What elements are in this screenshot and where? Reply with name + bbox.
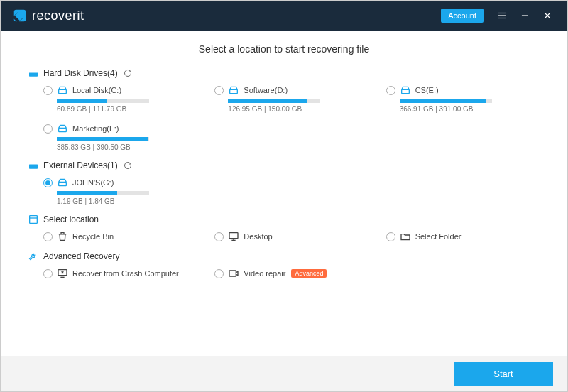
usage-bar xyxy=(57,99,149,103)
svg-rect-13 xyxy=(59,128,67,131)
start-button[interactable]: Start xyxy=(454,362,553,386)
section-hdd-head: Hard Disk Drives(4) xyxy=(28,67,540,79)
svg-rect-12 xyxy=(401,89,409,93)
titlebar: recoverit Account xyxy=(1,1,567,31)
section-external-head: External Devices(1) xyxy=(28,160,540,171)
radio[interactable] xyxy=(214,232,224,241)
logo: recoverit xyxy=(12,8,84,23)
drive-label: Software(D:) xyxy=(244,86,288,94)
refresh-icon[interactable] xyxy=(124,69,132,77)
svg-rect-15 xyxy=(29,164,38,165)
folder-icon xyxy=(400,231,411,242)
section-advanced-title: Advanced Recovery xyxy=(43,251,119,261)
location-label: Recycle Bin xyxy=(72,232,114,241)
desktop-icon xyxy=(228,231,239,242)
usage-text: 60.89 GB | 111.79 GB xyxy=(57,105,149,113)
location-desktop[interactable]: Desktop xyxy=(214,231,368,242)
radio[interactable] xyxy=(214,269,224,278)
radio[interactable] xyxy=(386,232,395,241)
page-title: Select a location to start recovering fi… xyxy=(28,43,540,55)
minimize-icon[interactable] xyxy=(513,4,536,27)
crash-icon xyxy=(57,268,68,279)
location-recycle-bin[interactable]: Recycle Bin xyxy=(43,231,197,242)
location-section-icon xyxy=(28,214,39,225)
hdd-icon xyxy=(28,67,39,79)
refresh-icon[interactable] xyxy=(124,161,132,170)
section-location: Select location Recycle Bin Desktop xyxy=(28,214,540,242)
section-external-title: External Devices(1) xyxy=(43,160,118,170)
radio[interactable] xyxy=(43,124,53,134)
account-button[interactable]: Account xyxy=(441,9,484,23)
section-hdd-title: Hard Disk Drives(4) xyxy=(43,68,118,78)
logo-icon xyxy=(12,8,28,23)
usage-text: 126.95 GB | 150.00 GB xyxy=(228,105,320,113)
advanced-crash-computer[interactable]: Recover from Crash Computer xyxy=(43,268,197,279)
svg-rect-16 xyxy=(59,182,67,185)
drive-item-johns-g[interactable]: JOHN'S(G:) 1.19 GB | 1.84 GB xyxy=(43,177,197,205)
advanced-label: Recover from Crash Computer xyxy=(72,269,179,278)
footer: Start xyxy=(1,356,567,391)
disk-icon xyxy=(228,85,239,96)
usage-bar xyxy=(57,191,149,195)
content: Select a location to start recovering fi… xyxy=(1,31,567,356)
location-label: Desktop xyxy=(244,232,272,241)
drive-item-software-d[interactable]: Software(D:) 126.95 GB | 150.00 GB xyxy=(214,85,368,113)
radio[interactable] xyxy=(214,86,224,95)
usage-text: 385.83 GB | 390.50 GB xyxy=(57,143,149,151)
location-select-folder[interactable]: Select Folder xyxy=(386,231,540,242)
radio[interactable] xyxy=(43,86,53,95)
svg-rect-9 xyxy=(29,72,38,73)
video-icon xyxy=(228,268,239,279)
wrench-icon xyxy=(28,251,39,262)
section-location-head: Select location xyxy=(28,214,540,225)
disk-icon xyxy=(57,85,68,96)
external-grid: JOHN'S(G:) 1.19 GB | 1.84 GB xyxy=(28,177,540,205)
menu-icon[interactable] xyxy=(491,4,513,27)
drive-label: JOHN'S(G:) xyxy=(72,178,114,187)
advanced-badge: Advanced xyxy=(291,269,327,278)
section-hdd: Hard Disk Drives(4) Local Disk(C:) 60.89… xyxy=(28,67,540,151)
drive-item-marketing-f[interactable]: Marketing(F:) 385.83 GB | 390.50 GB xyxy=(43,123,197,151)
drive-item-cs-e[interactable]: CS(E:) 366.91 GB | 391.00 GB xyxy=(386,85,540,113)
radio[interactable] xyxy=(43,269,53,278)
radio[interactable] xyxy=(43,178,53,187)
usage-bar xyxy=(57,137,149,141)
close-icon[interactable] xyxy=(536,4,559,27)
external-icon xyxy=(28,160,39,171)
usage-text: 366.91 GB | 391.00 GB xyxy=(400,105,492,113)
disk-icon xyxy=(57,123,68,134)
advanced-label: Video repair xyxy=(244,269,285,278)
logo-text: recoverit xyxy=(32,9,84,23)
svg-rect-19 xyxy=(229,233,238,239)
hdd-grid: Local Disk(C:) 60.89 GB | 111.79 GB Soft… xyxy=(28,85,540,151)
location-grid: Recycle Bin Desktop Select Folder xyxy=(28,231,540,242)
advanced-grid: Recover from Crash Computer Video repair… xyxy=(28,268,540,279)
drive-item-local-disk-c[interactable]: Local Disk(C:) 60.89 GB | 111.79 GB xyxy=(43,85,197,113)
recycle-bin-icon xyxy=(57,231,68,242)
section-external: External Devices(1) JOHN'S(G:) 1.19 GB |… xyxy=(28,160,540,205)
usage-bar xyxy=(228,99,320,103)
drive-label: Marketing(F:) xyxy=(72,124,119,133)
drive-label: CS(E:) xyxy=(415,86,439,94)
usage-text: 1.19 GB | 1.84 GB xyxy=(57,197,149,205)
svg-rect-24 xyxy=(229,271,236,276)
disk-icon xyxy=(57,177,68,188)
usage-bar xyxy=(400,99,492,103)
radio[interactable] xyxy=(43,232,53,241)
section-advanced-head: Advanced Recovery xyxy=(28,251,540,262)
radio[interactable] xyxy=(386,86,395,95)
section-advanced: Advanced Recovery Recover from Crash Com… xyxy=(28,251,540,279)
disk-icon xyxy=(400,85,411,96)
svg-rect-17 xyxy=(30,216,38,224)
drive-label: Local Disk(C:) xyxy=(72,86,121,94)
advanced-video-repair[interactable]: Video repair Advanced xyxy=(214,268,368,279)
section-location-title: Select location xyxy=(43,214,99,224)
location-label: Select Folder xyxy=(415,232,462,241)
svg-rect-10 xyxy=(59,89,67,93)
svg-rect-11 xyxy=(230,89,238,93)
